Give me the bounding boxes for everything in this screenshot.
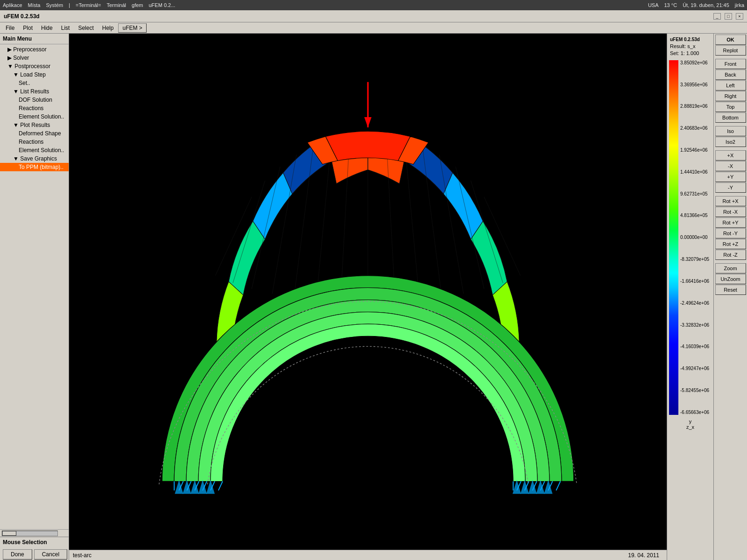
reset-button[interactable]: Reset — [715, 285, 746, 295]
iso2-button[interactable]: Iso2 — [715, 137, 746, 147]
replot-button[interactable]: Replot — [715, 45, 746, 56]
legend-labels: 3.85092e+06 3.36956e+06 2.88819e+06 2.40… — [678, 60, 712, 415]
legend-val-16: -6.65663e+06 — [680, 410, 712, 415]
sidebar-item-preprocessor[interactable]: ▶ Preprocessor — [0, 45, 69, 54]
right-button[interactable]: Right — [715, 91, 746, 101]
legend-val-15: -5.82455e+06 — [680, 388, 712, 393]
legend-info: uFEM 0.2.53d Result: s_x Set: 1: 1.000 — [668, 35, 712, 58]
sidebar-scroll-track[interactable] — [2, 531, 58, 536]
sys-mista[interactable]: Místa — [28, 2, 41, 8]
legend-val-13: -4.16039e+06 — [680, 344, 712, 349]
sys-temp: 13 °C — [664, 2, 677, 8]
sidebar-item-dof-solution[interactable]: DOF Solution — [0, 96, 69, 104]
sidebar-item-element-solution-list[interactable]: Element Solution.. — [0, 112, 69, 121]
axis-zx: z_x — [670, 424, 711, 430]
rot-minus-y-button[interactable]: Rot -Y — [715, 228, 746, 238]
top-button[interactable]: Top — [715, 102, 746, 112]
legend-val-6: 9.62731e+05 — [680, 191, 712, 196]
sidebar-item-load-step[interactable]: ▼ Load Step — [0, 70, 69, 79]
canvas-area[interactable]: test-arc 19. 04. 2011 — [69, 34, 667, 560]
sys-gfem[interactable]: gfem — [132, 2, 143, 8]
sidebar-item-postprocessor[interactable]: ▼ Postprocessor — [0, 62, 69, 70]
minimize-button[interactable]: _ — [713, 13, 721, 20]
sidebar-item-reactions-plot[interactable]: Reactions — [0, 138, 69, 146]
sys-terminal1[interactable]: =Terminál= — [76, 2, 101, 8]
legend-val-1: 3.36956e+06 — [680, 82, 712, 87]
sidebar-item-set[interactable]: Set.. — [0, 79, 69, 87]
sidebar-item-deformed-shape[interactable]: Deformed Shape — [0, 129, 69, 138]
unzoom-button[interactable]: UnZoom — [715, 274, 746, 284]
menu-ufem[interactable]: uFEM > — [118, 23, 146, 33]
sys-datetime: Út, 19. duben, 21:45 — [683, 2, 729, 8]
legend-bar-container: 3.85092e+06 3.36956e+06 2.88819e+06 2.40… — [669, 60, 712, 415]
done-button[interactable]: Done — [3, 549, 32, 560]
sys-user: jirka — [735, 2, 744, 8]
sys-country: USA — [648, 2, 659, 8]
minus-y-button[interactable]: -Y — [715, 182, 746, 193]
legend-val-9: -8.32079e+05 — [680, 257, 712, 262]
main-layout: Main Menu ▶ Preprocessor ▶ Solver ▼ Post… — [0, 34, 747, 560]
mouse-selection-buttons: Done Cancel — [0, 547, 69, 560]
iso-button[interactable]: Iso — [715, 126, 746, 136]
rot-minus-x-button[interactable]: Rot -X — [715, 207, 746, 217]
sidebar-item-save-graphics[interactable]: ▼ Save Graphics — [0, 154, 69, 163]
rot-minus-z-button[interactable]: Rot -Z — [715, 250, 746, 260]
legend-set-label: Set: — [670, 50, 679, 56]
legend-result-value: s_x — [687, 43, 695, 49]
legend-val-2: 2.88819e+06 — [680, 104, 712, 109]
legend-val-12: -3.32832e+06 — [680, 322, 712, 328]
menu-bar: File Plot Hide List Select Help uFEM > — [0, 22, 747, 34]
ok-button-top[interactable]: OK — [715, 35, 746, 45]
mouse-selection-bar: Mouse Selection Done Cancel — [0, 537, 69, 560]
plus-y-button[interactable]: +Y — [715, 172, 746, 182]
menu-select[interactable]: Select — [74, 24, 97, 32]
legend-val-7: 4.81366e+05 — [680, 213, 712, 218]
left-button[interactable]: Left — [715, 80, 746, 91]
close-button[interactable]: × — [736, 13, 743, 20]
canvas-date: 19. 04. 2011 — [628, 552, 659, 559]
sys-system[interactable]: Systém — [46, 2, 63, 8]
sidebar-item-solver[interactable]: ▶ Solver — [0, 54, 69, 62]
legend-val-10: -1.66416e+06 — [680, 279, 712, 284]
rot-plus-y-button[interactable]: Rot +Y — [715, 217, 746, 228]
sidebar-item-reactions-list[interactable]: Reactions — [0, 104, 69, 112]
legend-val-0: 3.85092e+06 — [680, 60, 712, 65]
menu-help[interactable]: Help — [99, 24, 118, 32]
axes-indicator: y z_x — [668, 417, 712, 432]
zoom-button[interactable]: Zoom — [715, 263, 746, 273]
front-button[interactable]: Front — [715, 59, 746, 69]
menu-list[interactable]: List — [57, 24, 74, 32]
menu-hide[interactable]: Hide — [37, 24, 56, 32]
legend-color-bar — [669, 60, 678, 415]
maximize-button[interactable]: □ — [725, 13, 732, 20]
sidebar-item-to-ppm[interactable]: To PPM (bitmap).. — [0, 163, 69, 171]
rot-plus-x-button[interactable]: Rot +X — [715, 196, 746, 206]
sys-sep1: | — [69, 2, 70, 8]
back-button[interactable]: Back — [715, 70, 746, 80]
minus-x-button[interactable]: -X — [715, 161, 746, 171]
system-bar: Aplikace Místa Systém | =Terminál= Termi… — [0, 0, 747, 10]
sys-terminal2[interactable]: Terminál — [106, 2, 126, 8]
bottom-button[interactable]: Bottom — [715, 112, 746, 123]
sidebar-item-plot-results[interactable]: ▼ Plot Results — [0, 121, 69, 129]
menu-plot[interactable]: Plot — [19, 24, 36, 32]
rot-plus-z-button[interactable]: Rot +Z — [715, 239, 746, 249]
legend-val-14: -4.99247e+06 — [680, 366, 712, 371]
sys-ufem[interactable]: uFEM 0.2... — [149, 2, 176, 8]
fem-visualization — [69, 34, 667, 560]
legend-val-4: 1.92546e+06 — [680, 147, 712, 153]
sidebar-scrollbar[interactable] — [0, 529, 69, 537]
cancel-button[interactable]: Cancel — [34, 549, 67, 560]
legend-panel: uFEM 0.2.53d Result: s_x Set: 1: 1.000 3… — [667, 34, 713, 560]
right-panel: OK Replot Front Back Left Right Top Bott… — [713, 34, 747, 560]
sidebar-item-element-solution-plot[interactable]: Element Solution.. — [0, 146, 69, 154]
sidebar-item-list-results[interactable]: ▼ List Results — [0, 87, 69, 96]
sidebar-tree: ▶ Preprocessor ▶ Solver ▼ Postprocessor … — [0, 44, 69, 529]
sys-aplikace[interactable]: Aplikace — [3, 2, 22, 8]
menu-file[interactable]: File — [2, 24, 18, 32]
legend-result-line: Result: s_x — [670, 43, 711, 50]
mouse-selection-label: Mouse Selection — [0, 537, 69, 547]
plus-x-button[interactable]: +X — [715, 150, 746, 161]
sidebar-scroll-thumb[interactable] — [2, 531, 16, 536]
canvas-status-bar: test-arc 19. 04. 2011 — [69, 550, 667, 560]
